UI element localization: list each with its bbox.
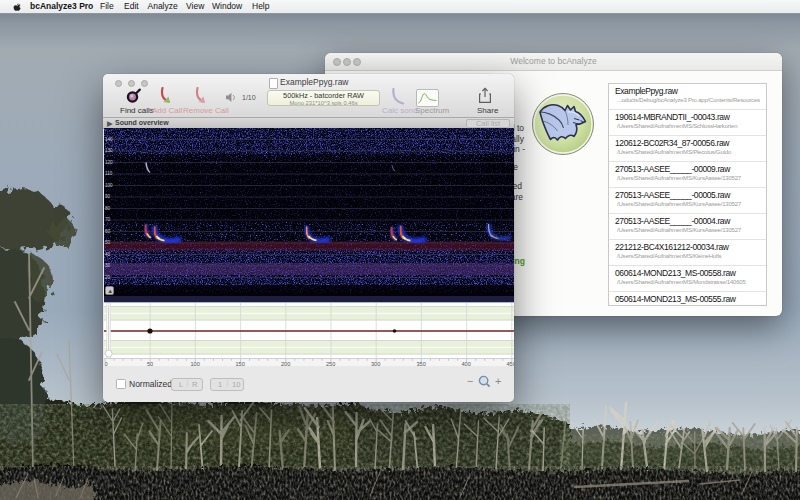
svg-text:40: 40 — [105, 252, 111, 257]
svg-text:120: 120 — [105, 160, 113, 165]
svg-text:60: 60 — [105, 229, 111, 234]
svg-text:100: 100 — [105, 183, 113, 188]
svg-text:▲: ▲ — [107, 288, 113, 294]
svg-text:70: 70 — [105, 217, 111, 222]
svg-text:30: 30 — [105, 263, 111, 268]
svg-text:50: 50 — [105, 240, 111, 245]
svg-text:80: 80 — [105, 206, 111, 211]
svg-text:20: 20 — [105, 275, 111, 280]
svg-text:110: 110 — [105, 171, 113, 176]
svg-text:140: 140 — [105, 137, 113, 142]
svg-text:90: 90 — [105, 194, 111, 199]
svg-text:130: 130 — [105, 148, 113, 153]
